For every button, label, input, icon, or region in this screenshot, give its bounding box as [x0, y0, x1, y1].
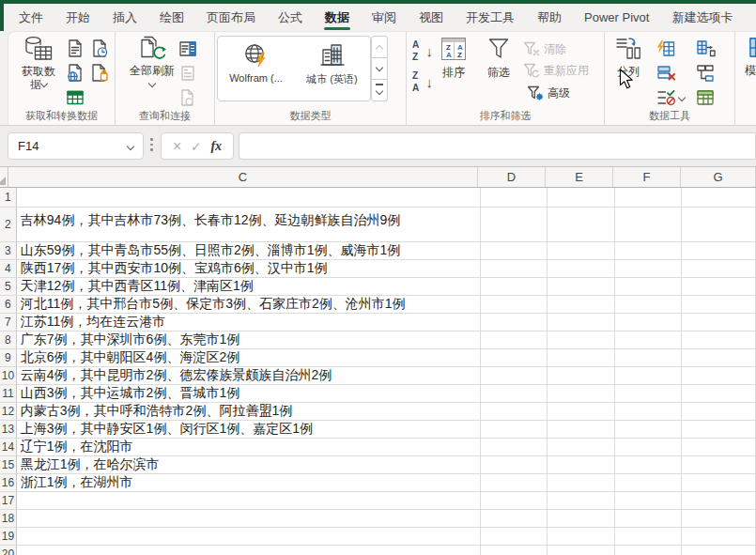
ribbon-tab[interactable]: 新建选项卡	[660, 4, 744, 31]
cell-G12[interactable]	[682, 403, 756, 421]
cell-D15[interactable]	[481, 456, 548, 474]
cell-G13[interactable]	[682, 421, 756, 439]
refresh-all-button[interactable]: 全部刷新	[125, 35, 179, 86]
cell-G20[interactable]	[682, 546, 756, 555]
cell-E4[interactable]	[548, 260, 614, 278]
cell-F19[interactable]	[615, 528, 682, 546]
cell-G4[interactable]	[682, 260, 756, 278]
cell-E16[interactable]	[548, 474, 614, 492]
row-header-19[interactable]: 19	[0, 528, 17, 546]
cell-E1[interactable]	[548, 188, 614, 208]
cell-D5[interactable]	[481, 278, 548, 296]
cell-C17[interactable]	[17, 492, 481, 510]
row-header-2[interactable]: 2	[0, 208, 17, 242]
row-header-4[interactable]: 4	[0, 260, 17, 278]
from-table-range-button[interactable]	[65, 87, 85, 108]
cell-E14[interactable]	[548, 439, 614, 456]
cell-G11[interactable]	[682, 385, 756, 403]
row-header-8[interactable]: 8	[0, 331, 17, 349]
cell-G2[interactable]	[682, 208, 756, 242]
existing-connections-button[interactable]	[89, 63, 110, 84]
cell-E15[interactable]	[548, 456, 614, 474]
data-type-city[interactable]: 城市 (英语)	[294, 37, 370, 100]
gallery-up-button[interactable]	[371, 36, 388, 58]
ribbon-tab[interactable]: 公式	[267, 4, 314, 31]
cell-D18[interactable]	[481, 510, 548, 528]
cell-D2[interactable]	[481, 208, 548, 242]
cell-G6[interactable]	[682, 296, 756, 314]
cell-D4[interactable]	[481, 260, 548, 278]
row-header-14[interactable]: 14	[0, 439, 17, 456]
row-header-20[interactable]: 20	[0, 546, 17, 555]
cell-C7[interactable]: 江苏11例，均在连云港市	[17, 314, 481, 331]
cell-D14[interactable]	[481, 439, 548, 456]
cell-G7[interactable]	[682, 314, 756, 331]
cell-D8[interactable]	[481, 331, 548, 349]
column-header-E[interactable]: E	[546, 167, 613, 187]
cell-G10[interactable]	[682, 367, 756, 385]
cell-C15[interactable]: 黑龙江1例，在哈尔滨市	[17, 456, 481, 474]
row-header-1[interactable]: 1	[0, 188, 17, 208]
cell-G1[interactable]	[682, 188, 756, 208]
clear-filter-button[interactable]: 清除	[523, 41, 566, 57]
row-header-12[interactable]: 12	[0, 403, 17, 421]
cell-E8[interactable]	[548, 331, 614, 349]
formula-input[interactable]	[239, 132, 756, 160]
ribbon-tab[interactable]: 文件	[8, 4, 54, 31]
cell-C10[interactable]: 云南4例，其中昆明市2例、德宏傣族景颇族自治州2例	[17, 367, 481, 385]
cell-C18[interactable]	[17, 510, 481, 528]
cell-F5[interactable]	[615, 278, 682, 296]
ribbon-tab[interactable]: 开始	[54, 4, 101, 31]
insert-function-icon[interactable]: fx	[210, 139, 222, 154]
ribbon-tab[interactable]: 页面布局	[195, 4, 267, 31]
cell-C16[interactable]: 浙江1例，在湖州市	[17, 474, 481, 492]
cell-F13[interactable]	[615, 421, 682, 439]
ribbon-tab[interactable]: 帮助	[526, 4, 573, 31]
cell-F10[interactable]	[615, 367, 682, 385]
cell-E5[interactable]	[548, 278, 614, 296]
cell-C6[interactable]: 河北11例，其中邢台市5例、保定市3例、石家庄市2例、沧州市1例	[17, 296, 481, 314]
gallery-more-button[interactable]	[371, 80, 388, 101]
cell-C2[interactable]: 吉林94例，其中吉林市73例、长春市12例、延边朝鲜族自治州9例	[17, 208, 481, 242]
cell-C11[interactable]: 山西3例，其中运城市2例、晋城市1例	[17, 385, 481, 403]
gallery-down-button[interactable]	[371, 58, 388, 80]
enter-icon[interactable]: ✓	[191, 139, 202, 154]
cell-G5[interactable]	[682, 278, 756, 296]
ribbon-tab-active[interactable]: 数据	[314, 4, 361, 31]
cell-E20[interactable]	[548, 546, 614, 555]
sort-descending-button[interactable]: Z A ↓	[409, 70, 434, 97]
cell-G8[interactable]	[682, 331, 756, 349]
cell-G17[interactable]	[682, 492, 756, 510]
row-header-11[interactable]: 11	[0, 385, 17, 403]
cell-C8[interactable]: 广东7例，其中深圳市6例、东莞市1例	[17, 331, 481, 349]
cell-E2[interactable]	[548, 208, 614, 242]
cell-E12[interactable]	[548, 403, 614, 421]
cell-G14[interactable]	[682, 439, 756, 456]
cell-F9[interactable]	[615, 349, 682, 367]
ribbon-tab[interactable]: 开发工具	[455, 4, 526, 31]
cell-C14[interactable]: 辽宁1例，在沈阳市	[17, 439, 481, 456]
row-header-5[interactable]: 5	[0, 278, 17, 296]
flash-fill-button[interactable]	[656, 39, 676, 59]
data-validation-chevron-icon[interactable]	[678, 94, 686, 101]
cell-D10[interactable]	[481, 367, 548, 385]
cell-E6[interactable]	[548, 296, 614, 314]
cell-E19[interactable]	[548, 528, 614, 546]
cell-F14[interactable]	[615, 439, 682, 456]
column-header-D[interactable]: D	[478, 167, 546, 187]
consolidate-button[interactable]	[695, 39, 716, 59]
cancel-icon[interactable]: ×	[173, 138, 181, 155]
row-header-15[interactable]: 15	[0, 456, 17, 474]
cell-F16[interactable]	[615, 474, 682, 492]
formula-bar-resizer[interactable]	[150, 138, 153, 151]
row-header-6[interactable]: 6	[0, 296, 17, 314]
data-type-wolfram[interactable]: Wolfram (...	[218, 37, 294, 100]
relationships-button[interactable]	[695, 63, 716, 84]
column-header-G[interactable]: G	[681, 167, 756, 187]
cell-F11[interactable]	[615, 385, 682, 403]
cell-E18[interactable]	[548, 510, 614, 528]
cell-D17[interactable]	[481, 492, 548, 510]
get-data-button[interactable]: 获取数据	[14, 35, 63, 91]
cell-F4[interactable]	[615, 260, 682, 278]
cell-E3[interactable]	[548, 242, 614, 260]
